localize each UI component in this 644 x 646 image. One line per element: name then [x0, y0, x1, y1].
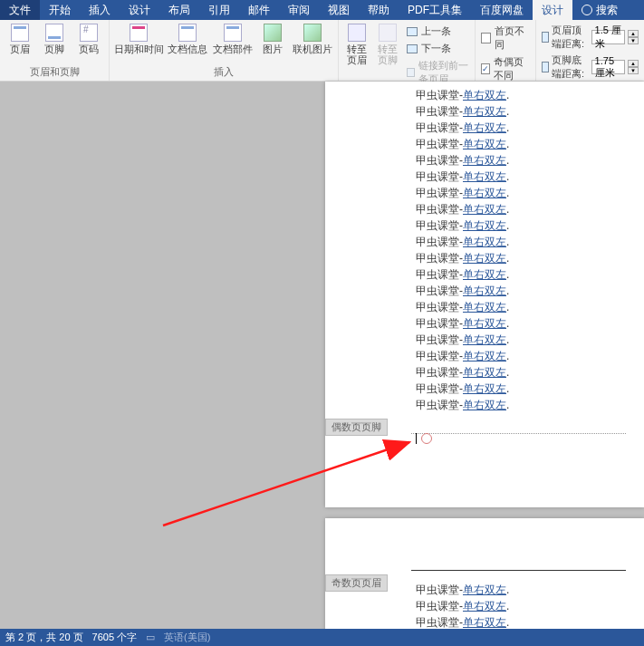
odd-header-area[interactable]: [411, 554, 626, 571]
goto-header-icon: [348, 24, 366, 42]
text-line: 甲虫课堂-单右双左.: [416, 103, 644, 120]
text-line: 甲虫课堂-单右双左.: [416, 364, 644, 381]
status-page[interactable]: 第 2 页，共 20 页: [5, 631, 83, 644]
status-language[interactable]: 英语(美国): [164, 631, 210, 644]
next-button[interactable]: 下一条: [404, 41, 471, 56]
header-distance-row: 页眉顶端距离: 1.5 厘米 ▲▼: [540, 23, 640, 52]
document-area[interactable]: 甲虫课堂-单右双左.甲虫课堂-单右双左.甲虫课堂-单右双左.甲虫课堂-单右双左.…: [0, 82, 644, 629]
text-line: 甲虫课堂-单右双左.: [416, 169, 644, 185]
online-picture-icon: [303, 24, 322, 42]
group-label: 插入: [113, 64, 334, 81]
text-line: 甲虫课堂-单右双左.: [416, 250, 644, 266]
tab-hf-design[interactable]: 设计: [533, 0, 572, 20]
datetime-button[interactable]: 日期和时间: [113, 22, 164, 54]
spinner[interactable]: ▲▼: [628, 30, 639, 44]
text-line: 甲虫课堂-单右双左.: [416, 582, 509, 598]
goto-footer-button[interactable]: 转至页脚: [373, 22, 402, 65]
tab-layout[interactable]: 布局: [159, 0, 199, 20]
calendar-icon: [130, 24, 148, 42]
menu-tabs: 文件 开始 插入 设计 布局 引用 邮件 审阅 视图 帮助 PDF工具集 百度网…: [0, 0, 644, 20]
tab-home[interactable]: 开始: [40, 0, 80, 20]
tab-insert[interactable]: 插入: [80, 0, 120, 20]
docparts-button[interactable]: 文档部件: [211, 22, 255, 54]
text-line: 甲虫课堂-单右双左.: [416, 201, 644, 217]
text-line: 甲虫课堂-单右双左.: [416, 332, 644, 348]
goto-footer-icon: [379, 24, 397, 42]
text-line: 甲虫课堂-单右双左.: [416, 299, 644, 315]
picture-button[interactable]: 图片: [256, 22, 289, 54]
group-insert: 日期和时间 文档信息 文档部件 图片 联机图片 插入: [110, 20, 339, 81]
tab-review[interactable]: 审阅: [279, 0, 319, 20]
spinner[interactable]: ▲▼: [628, 60, 639, 74]
footer-button[interactable]: 页脚: [38, 22, 71, 54]
search-box[interactable]: 搜索: [572, 0, 627, 20]
online-picture-button[interactable]: 联机图片: [291, 22, 334, 54]
odd-header-tag: 奇数页页眉: [325, 574, 388, 592]
tab-pdf-tools[interactable]: PDF工具集: [399, 0, 471, 20]
checkbox-icon: [481, 33, 491, 43]
lightbulb-icon: [582, 5, 592, 15]
text-line: 甲虫课堂-单右双左.: [416, 136, 644, 152]
status-lang-icon: ▭: [146, 632, 155, 643]
text-line: 甲虫课堂-单右双左.: [416, 266, 644, 283]
text-line: 甲虫课堂-单右双左.: [416, 185, 644, 201]
checkbox-icon: ✓: [481, 63, 490, 74]
ribbon: 页眉 页脚 页码 页眉和页脚 日期和时间 文档信息: [0, 20, 644, 82]
page-number-button[interactable]: 页码: [72, 22, 105, 54]
group-label: 页眉和页脚: [4, 64, 105, 81]
group-options: 首页不同 ✓ 奇偶页不同 ✓ 显示文档文字 选项: [476, 20, 536, 81]
footer-distance-input[interactable]: 1.75 厘米: [591, 60, 625, 74]
ruler-icon: [542, 62, 549, 72]
status-words[interactable]: 7605 个字: [92, 631, 138, 644]
text-line: 甲虫课堂-单右双左.: [416, 598, 509, 614]
tab-file[interactable]: 文件: [0, 0, 40, 20]
next-icon: [407, 44, 418, 53]
body-text: 甲虫课堂-单右双左.甲虫课堂-单右双左.甲虫课堂-单右双左.甲虫课堂-单右双左.…: [325, 82, 644, 413]
text-line: 甲虫课堂-单右双左.: [416, 217, 644, 234]
text-line: 甲虫课堂-单右双左.: [416, 283, 644, 299]
previous-button[interactable]: 上一条: [404, 24, 471, 39]
group-header-footer: 页眉 页脚 页码 页眉和页脚: [0, 20, 110, 81]
tab-references[interactable]: 引用: [199, 0, 239, 20]
even-footer-tag: 偶数页页脚: [325, 419, 388, 436]
text-line: 甲虫课堂-单右双左.: [416, 87, 644, 103]
goto-header-button[interactable]: 转至页眉: [342, 22, 371, 65]
text-line: 甲虫课堂-单右双左.: [416, 152, 644, 169]
docinfo-icon: [178, 24, 197, 42]
text-line: 甲虫课堂-单右双左.: [416, 120, 644, 136]
header-icon: [11, 24, 29, 42]
page-odd: 奇数页页眉 甲虫课堂-单右双左.甲虫课堂-单右双左.甲虫课堂-单右双左.: [325, 518, 644, 645]
tab-baidu[interactable]: 百度网盘: [471, 0, 533, 20]
tab-mailings[interactable]: 邮件: [239, 0, 279, 20]
first-page-different-checkbox[interactable]: 首页不同: [479, 24, 532, 53]
even-footer-area[interactable]: [411, 433, 626, 451]
text-line: 甲虫课堂-单右双左.: [416, 348, 644, 364]
tab-view[interactable]: 视图: [319, 0, 359, 20]
tab-design[interactable]: 设计: [120, 0, 159, 20]
body-text: 甲虫课堂-单右双左.甲虫课堂-单右双左.甲虫课堂-单右双左.: [416, 582, 509, 631]
text-line: 甲虫课堂-单右双左.: [416, 234, 644, 250]
text-cursor: [416, 433, 432, 446]
text-line: 甲虫课堂-单右双左.: [416, 315, 644, 332]
footer-distance-row: 页脚底端距离: 1.75 厘米 ▲▼: [540, 53, 640, 82]
ruler-icon: [542, 32, 549, 43]
page-even: 甲虫课堂-单右双左.甲虫课堂-单右双左.甲虫课堂-单右双左.甲虫课堂-单右双左.…: [325, 82, 644, 507]
prev-icon: [407, 27, 418, 36]
odd-even-different-checkbox[interactable]: ✓ 奇偶页不同: [479, 54, 532, 83]
tab-help[interactable]: 帮助: [359, 0, 399, 20]
footer-icon: [45, 24, 63, 42]
link-icon: [407, 68, 414, 77]
group-position: 页眉顶端距离: 1.5 厘米 ▲▼ 页脚底端距离: 1.75 厘米 ▲▼ 插入对…: [536, 20, 644, 81]
text-line: 甲虫课堂-单右双左.: [416, 381, 644, 397]
status-bar: 第 2 页，共 20 页 7605 个字 ▭ 英语(美国): [0, 629, 644, 646]
text-line: 甲虫课堂-单右双左.: [416, 397, 644, 413]
header-distance-input[interactable]: 1.5 厘米: [591, 30, 625, 44]
search-label: 搜索: [596, 3, 618, 18]
pagenum-icon: [80, 24, 98, 42]
docparts-icon: [224, 24, 242, 42]
group-navigation: 转至页眉 转至页脚 上一条 下一条 链接到前一条页眉: [339, 20, 476, 81]
picture-icon: [264, 24, 282, 42]
header-button[interactable]: 页眉: [4, 22, 36, 54]
docinfo-button[interactable]: 文档信息: [166, 22, 209, 54]
